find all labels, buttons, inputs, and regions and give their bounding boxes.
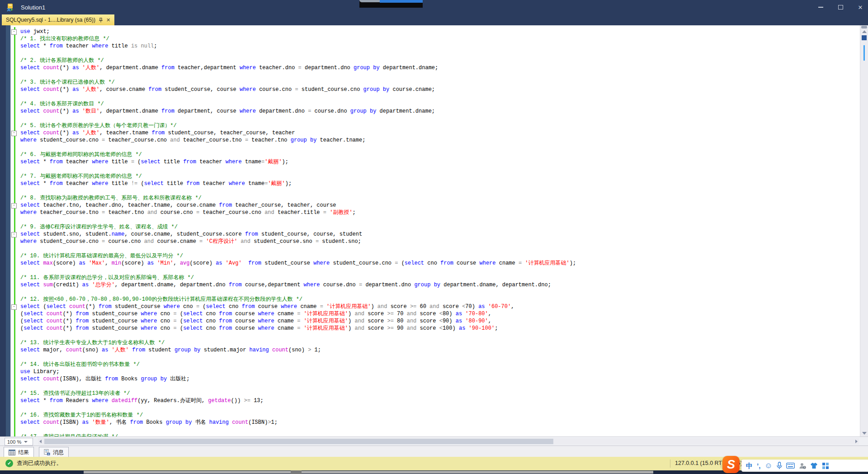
code-line[interactable]: /* 2. 统计各系部教师的人数 */: [0, 57, 860, 64]
code-line[interactable]: /* 9. 选修C程序设计课程的学生学号、姓名、课程名、成绩 */: [0, 223, 860, 231]
vertical-scroll-thumb[interactable]: [863, 45, 865, 61]
code-line[interactable]: [0, 267, 860, 274]
zoom-control[interactable]: 100 %: [5, 438, 33, 446]
code-line[interactable]: where student_course.cno = teacher_cours…: [0, 137, 860, 144]
code-line[interactable]: select sum(credit) as '总学分', department.…: [0, 281, 860, 289]
ime-punctuation-toggle[interactable]: ’,: [757, 462, 760, 469]
skin-shirt-icon[interactable]: [810, 462, 818, 469]
code-line[interactable]: use Library;: [0, 368, 860, 375]
scroll-down-arrow-icon[interactable]: [862, 432, 867, 435]
code-line[interactable]: -select teacher.tno, teacher.dno, teache…: [0, 202, 860, 209]
tab-close-icon[interactable]: ✕: [106, 18, 110, 23]
fold-collapse-icon[interactable]: -: [11, 131, 17, 136]
fold-collapse-icon[interactable]: -: [11, 29, 17, 35]
code-line[interactable]: where teacher_course.tno = teacher.tno a…: [0, 209, 860, 216]
code-line[interactable]: [0, 50, 860, 57]
code-line[interactable]: [0, 187, 860, 194]
window-title: Solution1: [21, 4, 45, 11]
close-button[interactable]: ✕: [857, 4, 863, 10]
code-line[interactable]: /* 13. 统计学生表中专业人数大于1的专业名称和人数 */: [0, 339, 860, 346]
success-check-icon: ✓: [5, 460, 13, 467]
code-line[interactable]: /* 14. 统计各出版社在图书馆中的书本数量 */: [0, 361, 860, 368]
code-line[interactable]: (select count(*) from student_course whe…: [0, 310, 860, 318]
code-line[interactable]: (select count(*) from student_course whe…: [0, 318, 860, 325]
code-line[interactable]: (select count(*) from student_course whe…: [0, 325, 860, 332]
scroll-up-arrow-icon[interactable]: [862, 30, 867, 33]
taskbar-preview-bar: [84, 471, 653, 474]
code-line[interactable]: [0, 166, 860, 173]
splitter-handle[interactable]: [861, 26, 867, 28]
code-area[interactable]: -use jwxt;/* 1. 找出没有职称的教师信息 */select * f…: [0, 28, 860, 436]
code-line[interactable]: /* 12. 按照<60，60-70，70-80，80-90,90-100的分数…: [0, 296, 860, 303]
code-line[interactable]: select * from Readers where datediff(yy,…: [0, 397, 860, 404]
minimize-button[interactable]: [817, 4, 824, 10]
code-line[interactable]: [0, 332, 860, 339]
code-line[interactable]: where student_course.cno = course.cno an…: [0, 238, 860, 245]
code-line[interactable]: /* 4. 统计各系部开课的数目 */: [0, 100, 860, 108]
code-line[interactable]: /* 3. 统计各个课程已选修的人数 */: [0, 79, 860, 86]
code-line[interactable]: select count(ISBN), 出版社 from Books group…: [0, 375, 860, 383]
code-line[interactable]: /* 15. 查找借书证办理超过13年的读者 */: [0, 390, 860, 397]
scroll-left-arrow-icon[interactable]: [39, 440, 42, 443]
code-line[interactable]: /* 10. 统计计算机应用基础课程的最高分、最低分以及平均分 */: [0, 252, 860, 260]
code-line[interactable]: [0, 115, 860, 122]
code-line[interactable]: /* 8. 查找职称为副教授的教师的工号、系部号、姓名和所教课程名称 */: [0, 194, 860, 202]
ime-emoji-icon[interactable]: ☺: [764, 462, 772, 469]
code-line[interactable]: -select student.sno, student.name, cours…: [0, 231, 860, 238]
code-line[interactable]: [0, 354, 860, 361]
code-line[interactable]: -select count(*) as '人数', teacher.tname …: [0, 129, 860, 137]
solution-icon: [6, 3, 14, 11]
code-line[interactable]: [0, 71, 860, 79]
code-line[interactable]: select * from teacher where title != (se…: [0, 180, 860, 187]
code-line[interactable]: /* 7. 与戴丽老师职称不同的其他老师的信息 */: [0, 173, 860, 180]
code-line[interactable]: select * from teacher where title = (sel…: [0, 158, 860, 166]
tab-messages[interactable]: 消息: [39, 447, 69, 457]
code-line[interactable]: /* 5. 统计各个教师所教的学生人数（每个老师只教一门课）*/: [0, 122, 860, 129]
code-line[interactable]: select count(*) as '数目', department.dnam…: [0, 108, 860, 115]
sogou-logo[interactable]: S: [722, 456, 740, 473]
code-line[interactable]: select count(*) as '人数', department.dnam…: [0, 64, 860, 71]
keyboard-icon[interactable]: [786, 463, 795, 469]
fold-collapse-icon[interactable]: -: [11, 232, 17, 237]
code-line[interactable]: [0, 383, 860, 390]
code-line[interactable]: [0, 404, 860, 412]
vertical-scrollbar[interactable]: [860, 25, 868, 436]
message-icon: [44, 449, 50, 455]
tab-results[interactable]: 结果: [4, 447, 34, 457]
ime-language-toggle[interactable]: 中: [746, 462, 753, 469]
code-line[interactable]: select * from teacher where title is nul…: [0, 43, 860, 50]
code-line[interactable]: /* 16. 查找馆藏数量大于1的图书名称和数量 */: [0, 412, 860, 419]
code-line[interactable]: /* 11. 各系部开设课程的总学分，以及对应的系部编号、系部名称 */: [0, 274, 860, 281]
code-line[interactable]: [0, 245, 860, 252]
taskbar-item: [291, 470, 302, 474]
restore-button[interactable]: [837, 4, 844, 10]
code-line[interactable]: [0, 289, 860, 296]
code-line[interactable]: [0, 93, 860, 100]
code-line[interactable]: /* 6. 与戴丽老师相同职称的其他老师的信息 */: [0, 151, 860, 158]
code-line[interactable]: /* 17. 查找已过期且仍未归还的书 */: [0, 433, 860, 436]
fold-collapse-icon[interactable]: -: [11, 304, 17, 310]
editor-bottom-bar: 100 %: [0, 436, 868, 446]
code-line[interactable]: select max(score) as 'Max', min(score) a…: [0, 260, 860, 267]
sql-editor[interactable]: -use jwxt;/* 1. 找出没有职称的教师信息 */select * f…: [0, 25, 868, 436]
code-line[interactable]: -select (select count(*) from student_co…: [0, 303, 860, 310]
code-line[interactable]: select major, count(sno) as '人数' from st…: [0, 346, 860, 354]
pin-icon[interactable]: [99, 18, 103, 23]
status-message: 查询已成功执行。: [17, 460, 62, 467]
zoom-level: 100 %: [7, 439, 21, 445]
code-line[interactable]: [0, 216, 860, 223]
tab-sqlquery5[interactable]: SQLQuery5.sql - 1....Library (sa (65)) ✕: [2, 14, 114, 25]
scroll-right-arrow-icon[interactable]: [855, 440, 858, 443]
horizontal-scrollbar[interactable]: [38, 438, 859, 445]
code-line[interactable]: [0, 426, 860, 433]
horizontal-scroll-thumb[interactable]: [44, 439, 553, 444]
code-line[interactable]: select count(ISBN) as '数量', 书名 from Book…: [0, 419, 860, 426]
toolbox-grid-icon[interactable]: [822, 462, 829, 469]
fold-collapse-icon[interactable]: -: [11, 203, 17, 209]
code-line[interactable]: select count(*) as '人数', course.cname fr…: [0, 86, 860, 93]
microphone-icon[interactable]: [777, 462, 782, 469]
code-line[interactable]: [0, 144, 860, 151]
code-line[interactable]: -use jwxt;: [0, 28, 860, 35]
user-account-icon[interactable]: 1: [799, 462, 806, 469]
code-line[interactable]: /* 1. 找出没有职称的教师信息 */: [0, 35, 860, 43]
